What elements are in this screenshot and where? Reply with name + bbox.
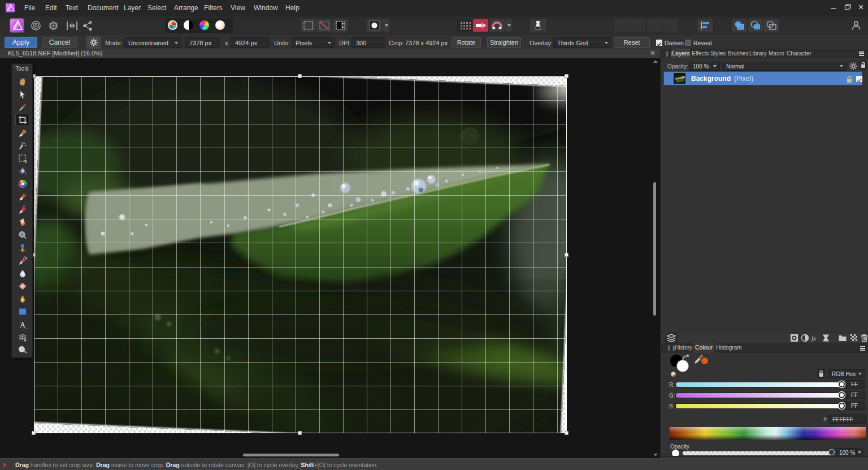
svg-text:fx: fx — [811, 335, 816, 342]
svg-text:A: A — [20, 321, 26, 329]
